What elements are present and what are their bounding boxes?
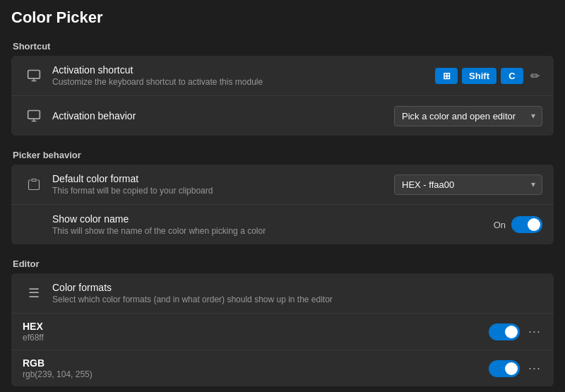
default-color-format-subtitle: This format will be copied to your clipb… (52, 186, 394, 196)
hex-format-info: HEX ef68ff (23, 321, 489, 343)
editor-section-label: Editor (11, 259, 554, 269)
show-color-name-content: Show color name This will show the name … (52, 213, 494, 236)
activation-shortcut-content: Activation shortcut Customize the keyboa… (52, 64, 435, 87)
color-formats-header-row: ☰ Color formats Select which color forma… (11, 273, 554, 314)
color-formats-content: Color formats Select which color formats… (52, 282, 542, 304)
default-color-format-row: Default color format This format will be… (11, 165, 554, 205)
rgb-format-value: rgb(239, 104, 255) (23, 369, 489, 379)
page-container: Color Picker Shortcut Activation shortcu… (0, 0, 565, 392)
rgb-format-name: RGB (23, 357, 489, 369)
activation-behavior-content: Activation behavior (52, 110, 394, 121)
activation-shortcut-row: Activation shortcut Customize the keyboa… (11, 56, 554, 96)
color-formats-subtitle: Select which color formats (and in what … (52, 295, 542, 304)
color-format-dropdown-wrapper: HEX - ffaa00 RGB HSL CMYK (394, 174, 542, 195)
shortcut-keys-control: ⊞ Shift C ✏ (435, 66, 542, 85)
default-color-format-title: Default color format (52, 173, 394, 184)
activation-behavior-row: Activation behavior Pick a color and ope… (11, 96, 554, 136)
rgb-format-info: RGB rgb(239, 104, 255) (23, 357, 489, 379)
picker-behavior-section-group: Default color format This format will be… (11, 165, 554, 244)
shortcut-edit-icon[interactable]: ✏ (528, 66, 542, 85)
shift-key[interactable]: Shift (462, 68, 496, 84)
editor-section-group: ☰ Color formats Select which color forma… (11, 273, 554, 386)
hex-more-options[interactable]: ··· (527, 324, 542, 339)
show-color-name-subtitle: This will show the name of the color whe… (52, 226, 494, 236)
default-color-format-control: HEX - ffaa00 RGB HSL CMYK (394, 174, 542, 195)
show-color-name-control: On (494, 216, 542, 233)
shortcut-section-label: Shortcut (11, 41, 554, 52)
activation-shortcut-title: Activation shortcut (52, 64, 435, 76)
shortcut-section-group: Activation shortcut Customize the keyboa… (11, 56, 554, 136)
monitor-icon (23, 69, 45, 83)
list-icon: ☰ (23, 285, 45, 301)
rgb-more-options[interactable]: ··· (527, 361, 542, 376)
activation-behavior-dropdown[interactable]: Pick a color and open editor Pick a colo… (394, 106, 542, 126)
hex-toggle[interactable] (489, 323, 520, 340)
hex-format-controls: ··· (489, 323, 542, 340)
win-key[interactable]: ⊞ (435, 68, 458, 84)
hex-format-value: ef68ff (23, 333, 489, 343)
show-color-name-title: Show color name (52, 213, 494, 225)
activation-behavior-control: Pick a color and open editor Pick a colo… (394, 106, 542, 126)
color-format-dropdown[interactable]: HEX - ffaa00 RGB HSL CMYK (394, 174, 542, 195)
activation-behavior-title: Activation behavior (52, 110, 394, 121)
c-key[interactable]: C (501, 68, 523, 84)
rgb-toggle[interactable] (489, 360, 520, 377)
color-name-toggle-label: On (494, 220, 506, 230)
color-formats-title: Color formats (52, 282, 542, 293)
svg-rect-0 (28, 71, 40, 79)
activation-shortcut-subtitle: Customize the keyboard shortcut to activ… (52, 77, 435, 87)
svg-rect-3 (28, 111, 40, 119)
color-name-toggle-wrapper: On (494, 216, 542, 233)
show-color-name-row: Show color name This will show the name … (11, 205, 554, 244)
picker-behavior-section-label: Picker behavior (11, 150, 554, 160)
rgb-format-controls: ··· (489, 360, 542, 377)
activation-behavior-dropdown-wrapper: Pick a color and open editor Pick a colo… (394, 106, 542, 126)
page-title: Color Picker (11, 8, 554, 27)
monitor-icon-2 (23, 109, 45, 123)
hex-format-name: HEX (23, 321, 489, 332)
default-color-format-content: Default color format This format will be… (52, 173, 394, 196)
clipboard-icon (23, 178, 45, 191)
color-name-toggle[interactable] (511, 216, 542, 233)
rgb-format-row: RGB rgb(239, 104, 255) ··· (11, 350, 554, 386)
svg-rect-6 (32, 179, 36, 182)
hex-format-row: HEX ef68ff ··· (11, 314, 554, 350)
